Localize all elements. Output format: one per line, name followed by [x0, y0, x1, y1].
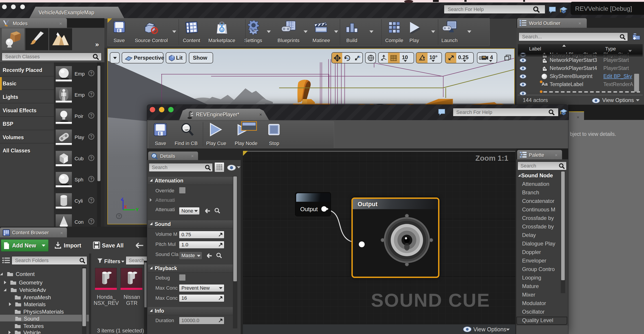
svg-text:Z: Z	[121, 198, 124, 201]
svg-text:Y: Y	[136, 207, 139, 211]
svg-text:X: X	[124, 204, 127, 209]
